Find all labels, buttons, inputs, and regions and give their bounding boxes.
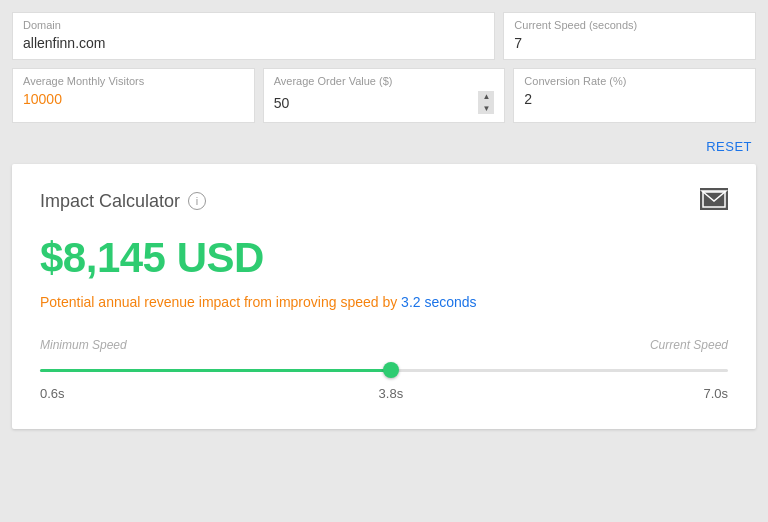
conversion-label: Conversion Rate (%) — [524, 75, 745, 87]
domain-input[interactable] — [23, 35, 484, 51]
order-increment[interactable]: ▲ — [478, 91, 494, 103]
email-button[interactable] — [700, 188, 728, 214]
card-header: Impact Calculator i — [40, 188, 728, 214]
description-prefix: Potential annual revenue impact from imp… — [40, 294, 397, 310]
description-highlight: 3.2 seconds — [401, 294, 477, 310]
card-title-area: Impact Calculator i — [40, 191, 206, 212]
domain-group: Domain — [12, 12, 495, 60]
conversion-input[interactable] — [524, 91, 745, 107]
domain-label: Domain — [23, 19, 484, 31]
slider-section: Minimum Speed Current Speed 0.6s 3.8s 7.… — [40, 338, 728, 401]
order-input[interactable] — [274, 95, 475, 111]
slider-fill — [40, 369, 391, 372]
speed-input[interactable] — [514, 35, 745, 51]
visitors-group: Average Monthly Visitors — [12, 68, 255, 123]
slider-thumb[interactable] — [383, 362, 399, 378]
slider-max-label: Current Speed — [650, 338, 728, 352]
order-input-wrapper: ▲ ▼ — [274, 91, 495, 114]
input-row-1: Domain Current Speed (seconds) — [12, 12, 756, 60]
slider-max-value: 7.0s — [703, 386, 728, 401]
slider-values-row: 0.6s 3.8s 7.0s — [40, 386, 728, 401]
slider-min-label: Minimum Speed — [40, 338, 127, 352]
order-spinner: ▲ ▼ — [478, 91, 494, 114]
slider-mid-value: 3.8s — [379, 386, 404, 401]
impact-description: Potential annual revenue impact from imp… — [40, 294, 728, 310]
slider-labels-top: Minimum Speed Current Speed — [40, 338, 728, 352]
info-icon[interactable]: i — [188, 192, 206, 210]
email-icon — [700, 188, 728, 210]
input-row-2: Average Monthly Visitors Average Order V… — [12, 68, 756, 123]
order-label: Average Order Value ($) — [274, 75, 495, 87]
order-group: Average Order Value ($) ▲ ▼ — [263, 68, 506, 123]
reset-button[interactable]: RESET — [702, 137, 756, 156]
revenue-display: $8,145 USD — [40, 234, 728, 282]
top-section: Domain Current Speed (seconds) Average M… — [12, 12, 756, 123]
slider-track-container — [40, 360, 728, 380]
impact-calculator-card: Impact Calculator i $8,145 USD Potential… — [12, 164, 756, 429]
order-decrement[interactable]: ▼ — [478, 103, 494, 115]
speed-label: Current Speed (seconds) — [514, 19, 745, 31]
card-title: Impact Calculator — [40, 191, 180, 212]
slider-min-value: 0.6s — [40, 386, 65, 401]
conversion-group: Conversion Rate (%) — [513, 68, 756, 123]
visitors-label: Average Monthly Visitors — [23, 75, 244, 87]
reset-row: RESET — [12, 133, 756, 164]
visitors-input[interactable] — [23, 91, 244, 107]
speed-group: Current Speed (seconds) — [503, 12, 756, 60]
